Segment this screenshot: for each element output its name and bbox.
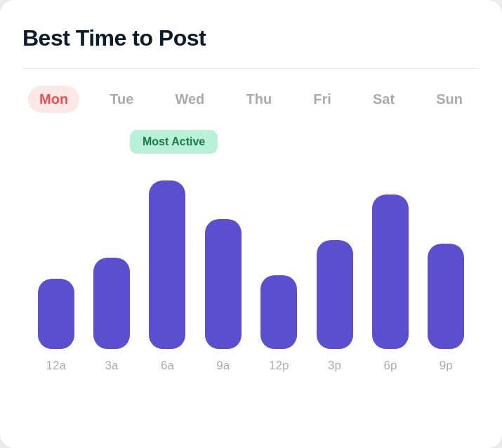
bar-9p bbox=[428, 244, 464, 349]
x-label-3a: 3a bbox=[84, 359, 139, 373]
x-label-12a: 12a bbox=[28, 359, 84, 373]
x-label-12p: 12p bbox=[251, 359, 307, 373]
page-title: Best Time to Post bbox=[22, 25, 480, 51]
x-label-9p: 9p bbox=[418, 359, 474, 373]
bar-col-12a bbox=[28, 279, 84, 349]
bar-col-3p bbox=[307, 240, 362, 349]
bar-col-6p bbox=[362, 195, 418, 349]
day-tab-sun[interactable]: Sun bbox=[425, 86, 474, 113]
bar-6a bbox=[149, 180, 185, 349]
divider bbox=[22, 68, 480, 69]
x-label-6p: 6p bbox=[362, 359, 418, 373]
x-label-9a: 9a bbox=[195, 359, 251, 373]
chart-container: Most Active 12a3a6a9a12p3p6p9p bbox=[22, 136, 480, 428]
day-tab-tue[interactable]: Tue bbox=[98, 86, 145, 113]
bars-area bbox=[22, 152, 480, 349]
bar-12p bbox=[260, 275, 297, 349]
bar-9a bbox=[205, 219, 242, 349]
bar-col-9p bbox=[418, 244, 474, 349]
bar-col-6a bbox=[140, 180, 195, 349]
bar-col-3a bbox=[84, 258, 139, 349]
bar-3a bbox=[93, 258, 130, 349]
days-navigation: MonTueWedThuFriSatSun bbox=[22, 86, 480, 113]
day-tab-fri[interactable]: Fri bbox=[302, 86, 343, 113]
bar-col-9a bbox=[195, 219, 251, 349]
x-label-6a: 6a bbox=[140, 359, 195, 373]
day-tab-wed[interactable]: Wed bbox=[164, 86, 216, 113]
most-active-badge: Most Active bbox=[130, 130, 218, 154]
bar-6p bbox=[372, 195, 409, 349]
bar-col-12p bbox=[251, 275, 307, 349]
day-tab-thu[interactable]: Thu bbox=[235, 86, 283, 113]
day-tab-mon[interactable]: Mon bbox=[28, 86, 79, 113]
x-axis-labels: 12a3a6a9a12p3p6p9p bbox=[22, 349, 480, 373]
bar-12a bbox=[38, 279, 74, 349]
x-label-3p: 3p bbox=[307, 359, 362, 373]
bar-3p bbox=[317, 240, 353, 349]
card: Best Time to Post MonTueWedThuFriSatSun … bbox=[0, 0, 502, 448]
day-tab-sat[interactable]: Sat bbox=[362, 86, 406, 113]
